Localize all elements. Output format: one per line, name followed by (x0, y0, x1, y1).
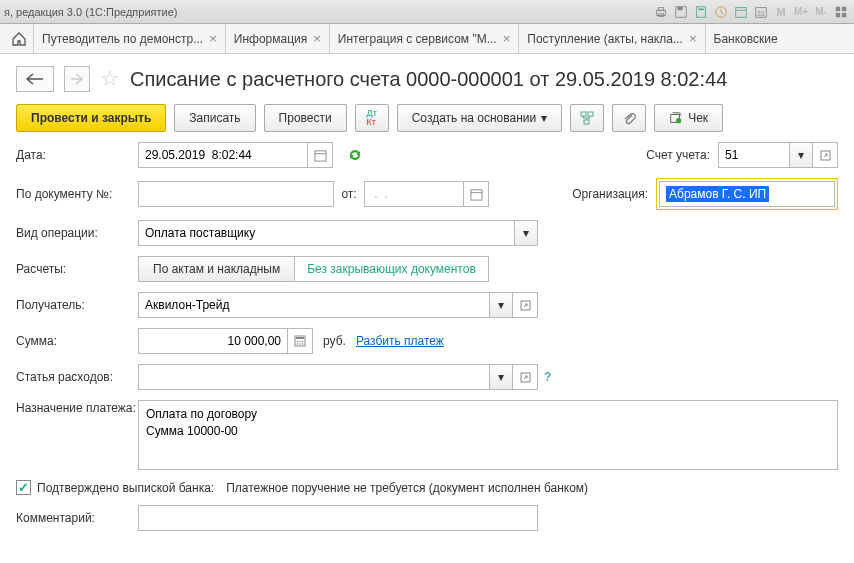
tabbar: Путеводитель по демонстр...× Информация×… (0, 24, 854, 54)
chevron-down-icon: ▾ (541, 111, 547, 125)
from-label: от: (334, 187, 364, 201)
favorite-icon[interactable]: ☆ (100, 66, 120, 92)
help-icon[interactable]: ? (544, 370, 551, 384)
svg-rect-18 (584, 120, 589, 124)
create-based-button[interactable]: Создать на основании▾ (397, 104, 563, 132)
svg-rect-16 (581, 112, 586, 116)
date-icon[interactable]: 31 (752, 3, 770, 21)
calendar-button[interactable] (463, 181, 489, 207)
svg-point-33 (299, 343, 301, 345)
optype-label: Вид операции: (16, 226, 138, 240)
svg-rect-5 (697, 6, 706, 17)
dt-kt-button[interactable]: ДтКт (355, 104, 389, 132)
account-label: Счет учета: (646, 148, 710, 162)
tab-guide[interactable]: Путеводитель по демонстр...× (34, 24, 226, 53)
refresh-icon[interactable] (347, 148, 363, 162)
close-icon[interactable]: × (209, 31, 217, 46)
close-icon[interactable]: × (503, 31, 511, 46)
save-button[interactable]: Записать (174, 104, 255, 132)
svg-rect-28 (296, 337, 304, 339)
confirmed-label: Подтверждено выпиской банка: (37, 481, 214, 495)
chevron-down-icon[interactable]: ▾ (489, 292, 513, 318)
confirmed-checkbox[interactable]: ✓ Подтверждено выпиской банка: (16, 480, 214, 495)
form: Дата: Счет учета: ▾ По документу №: от: … (0, 142, 854, 551)
purpose-field[interactable] (138, 400, 838, 470)
check-icon: ✓ (18, 481, 29, 494)
home-tab[interactable] (4, 24, 34, 53)
svg-rect-13 (842, 6, 846, 10)
svg-point-29 (297, 341, 299, 343)
svg-text:31: 31 (757, 9, 765, 16)
recipient-field[interactable] (138, 292, 489, 318)
date-label: Дата: (16, 148, 138, 162)
back-button[interactable] (16, 66, 54, 92)
calc-no-docs-link[interactable]: Без закрывающих документов (295, 256, 489, 282)
calc-icon[interactable] (692, 3, 710, 21)
toolbar: Провести и закрыть Записать Провести ДтК… (0, 98, 854, 142)
purpose-label: Назначение платежа: (16, 400, 138, 417)
save-icon[interactable] (672, 3, 690, 21)
org-field[interactable]: Абрамов Г. С. ИП (659, 181, 835, 207)
svg-rect-6 (698, 8, 703, 10)
calc-label: Расчеты: (16, 262, 138, 276)
m-minus-icon[interactable]: M- (812, 3, 830, 21)
svg-rect-17 (588, 112, 593, 116)
docnum-field[interactable] (138, 181, 334, 207)
window-title: я, редакция 3.0 (1С:Предприятие) (4, 6, 177, 18)
svg-rect-21 (314, 150, 325, 160)
chevron-down-icon[interactable]: ▾ (489, 364, 513, 390)
tab-bank[interactable]: Банковские (706, 24, 786, 53)
recipient-label: Получатель: (16, 298, 138, 312)
calc-by-acts-button[interactable]: По актам и накладным (138, 256, 295, 282)
close-icon[interactable]: × (313, 31, 321, 46)
confirmed-note: Платежное поручение не требуется (докуме… (226, 481, 588, 495)
svg-point-30 (299, 341, 301, 343)
m-icon[interactable]: M (772, 3, 790, 21)
chevron-down-icon[interactable]: ▾ (514, 220, 538, 246)
post-button[interactable]: Провести (264, 104, 347, 132)
titlebar-icons: 31 M M+ M- (652, 3, 850, 21)
open-button[interactable] (812, 142, 838, 168)
open-button[interactable] (512, 364, 538, 390)
svg-rect-8 (736, 7, 747, 17)
comment-label: Комментарий: (16, 511, 138, 525)
structure-button[interactable] (570, 104, 604, 132)
org-label: Организация: (572, 187, 648, 201)
svg-rect-4 (678, 6, 683, 10)
m-plus-icon[interactable]: M+ (792, 3, 810, 21)
page-header: ☆ Списание с расчетного счета 0000-00000… (0, 54, 854, 98)
svg-rect-15 (842, 12, 846, 16)
svg-point-20 (676, 118, 681, 123)
account-field[interactable] (718, 142, 789, 168)
print-icon[interactable] (652, 3, 670, 21)
docnum-label: По документу №: (16, 187, 138, 201)
check-button[interactable]: Чек (654, 104, 723, 132)
chevron-down-icon[interactable]: ▾ (789, 142, 813, 168)
svg-rect-1 (658, 7, 663, 10)
open-button[interactable] (512, 292, 538, 318)
sum-field[interactable] (138, 328, 288, 354)
tab-integration[interactable]: Интеграция с сервисом "М...× (330, 24, 519, 53)
close-icon[interactable]: × (689, 31, 697, 46)
calendar-button[interactable] (307, 142, 333, 168)
svg-rect-24 (470, 189, 481, 199)
tab-receipt[interactable]: Поступление (акты, накла...× (519, 24, 705, 53)
post-close-button[interactable]: Провести и закрыть (16, 104, 166, 132)
svg-point-31 (302, 341, 304, 343)
window-titlebar: я, редакция 3.0 (1С:Предприятие) 31 M M+… (0, 0, 854, 24)
clock-icon[interactable] (712, 3, 730, 21)
date-field[interactable] (138, 142, 308, 168)
tab-info[interactable]: Информация× (226, 24, 330, 53)
split-payment-link[interactable]: Разбить платеж (356, 334, 444, 348)
comment-field[interactable] (138, 505, 538, 531)
calculator-button[interactable] (287, 328, 313, 354)
page-title: Списание с расчетного счета 0000-000001 … (130, 68, 727, 91)
calendar-icon[interactable] (732, 3, 750, 21)
optype-field[interactable] (138, 220, 514, 246)
attach-button[interactable] (612, 104, 646, 132)
currency-label: руб. (323, 334, 346, 348)
from-date-field[interactable] (364, 181, 464, 207)
forward-button[interactable] (64, 66, 90, 92)
grid-icon[interactable] (832, 3, 850, 21)
expense-field[interactable] (138, 364, 489, 390)
